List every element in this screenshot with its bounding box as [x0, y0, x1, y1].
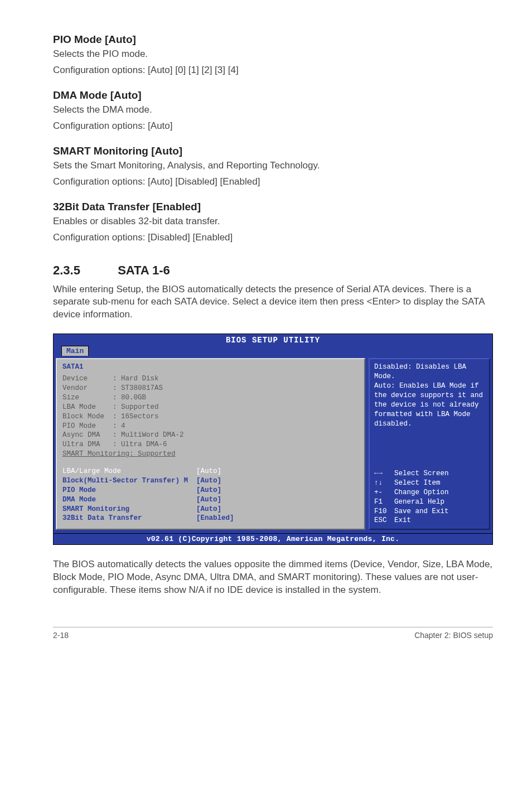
heading-smart: SMART Monitoring [Auto]: [53, 145, 493, 157]
bios-setting-row[interactable]: 32Bit Data Transfer [Enabled]: [62, 514, 359, 523]
bios-legend-key: F1: [374, 497, 394, 507]
text-smart-1: Sets the Smart Monitoring, Analysis, and…: [53, 160, 493, 172]
bios-info-row: PIO Mode : 4: [62, 422, 359, 431]
bios-right-panel: Disabled: Disables LBA Mode. Auto: Enabl…: [369, 358, 490, 530]
bios-legend-label: Save and Exit: [394, 508, 449, 515]
bios-tab-row: Main: [54, 345, 492, 356]
chapter-label: Chapter 2: BIOS setup: [414, 631, 493, 640]
bios-legend-key: ↑↓: [374, 479, 394, 488]
text-32bit-1: Enables or disables 32-bit data transfer…: [53, 215, 493, 228]
bios-legend-label: Select Screen: [394, 470, 449, 477]
bios-left-panel: SATA1 Device : Hard DiskVendor : ST38081…: [56, 358, 365, 530]
page-number: 2-18: [53, 631, 69, 640]
bios-setting-row[interactable]: PIO Mode [Auto]: [62, 486, 359, 495]
bios-copyright: v02.61 (C)Copyright 1985-2008, American …: [54, 533, 492, 544]
bios-window: BIOS SETUP UTILITY Main SATA1 Device : H…: [53, 334, 493, 545]
text-pio-1: Selects the PIO mode.: [53, 48, 493, 61]
bios-setting-row[interactable]: Block(Multi-Sector Transfer) M [Auto]: [62, 476, 359, 486]
heading-pio: PIO Mode [Auto]: [53, 33, 493, 46]
bios-info-footer: SMART Monitoring: Supported: [62, 450, 359, 459]
bios-setting-row[interactable]: DMA Mode [Auto]: [62, 495, 359, 505]
bios-setting-value: [Enabled]: [196, 514, 234, 522]
text-pio-2: Configuration options: [Auto] [0] [1] [2…: [53, 64, 493, 77]
bios-setting-value: [Auto]: [196, 496, 221, 504]
bios-info-row: LBA Mode : Supported: [62, 403, 359, 412]
bios-setting-label: PIO Mode: [62, 486, 196, 494]
text-sata-intro: While entering Setup, the BIOS automatic…: [53, 283, 493, 322]
bios-legend-row: +-Change Option: [374, 488, 485, 497]
text-sata-outro: The BIOS automatically detects the value…: [53, 558, 493, 597]
bios-legend-row: F1General Help: [374, 497, 485, 507]
page-footer: 2-18 Chapter 2: BIOS setup: [53, 627, 493, 640]
bios-help-text: Disabled: Disables LBA Mode. Auto: Enabl…: [374, 363, 485, 428]
bios-setting-row[interactable]: LBA/Large Mode [Auto]: [62, 467, 359, 476]
bios-info-row: Ultra DMA : Ultra DMA-6: [62, 440, 359, 450]
bios-legend: ←→Select Screen↑↓Select Item+-Change Opt…: [374, 469, 485, 525]
bios-title: BIOS SETUP UTILITY: [54, 334, 492, 345]
bios-info-row: Vendor : ST380817AS: [62, 384, 359, 393]
bios-setting-value: [Auto]: [196, 477, 221, 485]
bios-legend-key: F10: [374, 507, 394, 516]
bios-tab-main[interactable]: Main: [61, 346, 89, 356]
bios-legend-row: ESCExit: [374, 516, 485, 525]
bios-panel-header: SATA1: [62, 363, 359, 372]
bios-legend-key: +-: [374, 488, 394, 497]
bios-info-row: Block Mode : 16Sectors: [62, 412, 359, 422]
section-title: SATA 1-6: [118, 263, 170, 277]
text-32bit-2: Configuration options: [Disabled] [Enabl…: [53, 231, 493, 244]
bios-info-row: Size : 80.0GB: [62, 393, 359, 403]
bios-setting-value: [Auto]: [196, 467, 221, 475]
heading-sata-section: 2.3.5 SATA 1-6: [53, 263, 493, 278]
bios-info-row: Device : Hard Disk: [62, 374, 359, 384]
bios-setting-label: SMART Monitoring: [62, 505, 196, 513]
heading-dma: DMA Mode [Auto]: [53, 89, 493, 102]
bios-legend-key: ←→: [374, 469, 394, 479]
heading-32bit: 32Bit Data Transfer [Enabled]: [53, 201, 493, 213]
text-smart-2: Configuration options: [Auto] [Disabled]…: [53, 176, 493, 189]
text-dma-2: Configuration options: [Auto]: [53, 120, 493, 133]
bios-setting-label: DMA Mode: [62, 496, 196, 504]
bios-setting-value: [Auto]: [196, 505, 221, 513]
bios-info-row: Async DMA : MultiWord DMA-2: [62, 431, 359, 440]
bios-legend-row: ←→Select Screen: [374, 469, 485, 479]
text-dma-1: Selects the DMA mode.: [53, 104, 493, 117]
bios-setting-label: Block(Multi-Sector Transfer) M: [62, 477, 196, 485]
bios-legend-label: General Help: [394, 498, 444, 506]
bios-legend-label: Select Item: [394, 479, 441, 487]
bios-legend-row: ↑↓Select Item: [374, 479, 485, 488]
section-number: 2.3.5: [53, 263, 114, 278]
bios-setting-label: LBA/Large Mode: [62, 467, 196, 475]
bios-legend-label: Change Option: [394, 489, 449, 496]
bios-setting-value: [Auto]: [196, 486, 221, 494]
bios-setting-label: 32Bit Data Transfer: [62, 514, 196, 522]
bios-legend-key: ESC: [374, 516, 394, 525]
bios-legend-label: Exit: [394, 516, 411, 524]
bios-setting-row[interactable]: SMART Monitoring [Auto]: [62, 505, 359, 514]
bios-legend-row: F10Save and Exit: [374, 507, 485, 516]
